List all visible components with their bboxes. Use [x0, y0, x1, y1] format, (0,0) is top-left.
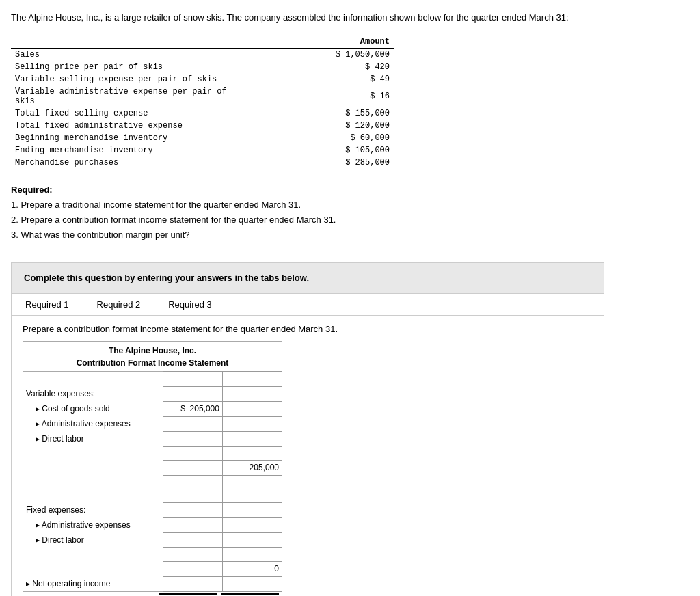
var-admin-col2[interactable]	[222, 416, 282, 431]
instruction-text: Complete this question by entering your …	[24, 273, 309, 283]
empty-row-2	[23, 475, 282, 489]
empty-row-3	[23, 547, 282, 561]
contrib-col2[interactable]	[222, 489, 282, 502]
fixed-direct-labor-input[interactable]	[163, 532, 222, 547]
fixed-direct-labor-label: ▸ Direct labor	[23, 532, 163, 547]
data-table: Amount Sales $ 1,050,000 Selling price p…	[11, 36, 394, 169]
var-total-row: 205,000	[23, 460, 282, 475]
required-item-2: 2. Prepare a contribution format income …	[11, 213, 689, 228]
var-admin-row: ▸ Administrative expenses	[23, 416, 282, 431]
var-expenses-col1[interactable]	[163, 386, 222, 401]
tabs-row: Required 1 Required 2 Required 3	[12, 294, 604, 316]
row-var-selling-amount: $ 49	[243, 73, 394, 85]
net-income-col1[interactable]	[163, 576, 222, 591]
row-purchases-amount: $ 285,000	[243, 157, 394, 169]
empty3-col2[interactable]	[222, 547, 282, 561]
row-sales-label: Sales	[11, 48, 243, 61]
stmt-title-row: Contribution Format Income Statement	[23, 356, 282, 371]
net-income-label: ▸ Net operating income	[23, 576, 163, 591]
contrib-col1[interactable]	[163, 489, 222, 502]
intro-text: The Alpine House, Inc., is a large retai…	[11, 11, 654, 25]
row-var-admin-label: Variable administrative expense per pair…	[11, 85, 243, 107]
row-selling-price-label: Selling price per pair of skis	[11, 61, 243, 73]
empty1-col2[interactable]	[222, 446, 282, 460]
row-end-inv-label: Ending merchandise inventory	[11, 144, 243, 157]
contribution-margin-row	[23, 489, 282, 502]
company-name-row: The Alpine House, Inc.	[23, 341, 282, 356]
row-fixed-admin-amount: $ 120,000	[243, 120, 394, 132]
row-fixed-selling-amount: $ 155,000	[243, 107, 394, 120]
empty-row-1	[23, 446, 282, 460]
row-var-selling-label: Variable selling expense per pair of ski…	[11, 73, 243, 85]
fixed-admin-input[interactable]	[163, 517, 222, 532]
bottom-lines	[23, 593, 282, 595]
empty1-col1[interactable]	[163, 446, 222, 460]
amount-header: Amount	[243, 36, 394, 49]
fixed-total-col1[interactable]	[163, 561, 222, 576]
fixed-expenses-col1[interactable]	[163, 502, 222, 517]
tab-required-2[interactable]: Required 2	[83, 294, 155, 315]
tabs-container: Required 1 Required 2 Required 3 Prepare…	[11, 293, 604, 596]
row-fixed-selling-label: Total fixed selling expense	[11, 107, 243, 120]
fixed-admin-col2[interactable]	[222, 517, 282, 532]
instruction-box: Complete this question by entering your …	[11, 262, 604, 293]
row-beg-inv-amount: $ 60,000	[243, 132, 394, 144]
required-item-3: 3. What was the contribution margin per …	[11, 228, 689, 243]
fixed-total-row: 0	[23, 561, 282, 576]
tab-required-3[interactable]: Required 3	[154, 294, 226, 315]
stmt-title: Contribution Format Income Statement	[23, 356, 282, 371]
empty3-col1[interactable]	[163, 547, 222, 561]
fixed-total-label	[23, 561, 163, 576]
row-var-admin-amount: $ 16	[243, 85, 394, 107]
row-end-inv-amount: $ 105,000	[243, 144, 394, 157]
row-beg-inv-label: Beginning merchandise inventory	[11, 132, 243, 144]
company-name: The Alpine House, Inc.	[23, 341, 282, 356]
tab-required-1[interactable]: Required 1	[12, 294, 83, 315]
cogs-col2[interactable]	[222, 401, 282, 416]
fixed-expenses-header-row: Fixed expenses:	[23, 502, 282, 517]
sales-input-1[interactable]	[163, 371, 222, 386]
sales-label	[23, 371, 163, 386]
var-total-amount[interactable]: 205,000	[222, 460, 282, 475]
required-section: Required: 1. Prepare a traditional incom…	[11, 182, 689, 243]
net-income-col2[interactable]	[222, 576, 282, 591]
var-direct-labor-label: ▸ Direct labor	[23, 431, 163, 446]
var-total-col1[interactable]	[163, 460, 222, 475]
required-heading: Required:	[11, 185, 53, 195]
required-item-1: 1. Prepare a traditional income statemen…	[11, 198, 689, 213]
fixed-total-amount[interactable]: 0	[222, 561, 282, 576]
cogs-label: ▸ Cost of goods sold	[23, 401, 163, 416]
var-direct-labor-row: ▸ Direct labor	[23, 431, 282, 446]
empty2-col1[interactable]	[163, 475, 222, 489]
row-purchases-label: Merchandise purchases	[11, 157, 243, 169]
var-admin-label: ▸ Administrative expenses	[23, 416, 163, 431]
var-expenses-header-row: Variable expenses:	[23, 386, 282, 401]
row-sales-amount: $ 1,050,000	[243, 48, 394, 61]
var-admin-input[interactable]	[163, 416, 222, 431]
income-statement-table: The Alpine House, Inc. Contribution Form…	[23, 341, 282, 592]
fixed-admin-row: ▸ Administrative expenses	[23, 517, 282, 532]
row-selling-price-amount: $ 420	[243, 61, 394, 73]
var-expenses-col2[interactable]	[222, 386, 282, 401]
cogs-input[interactable]: $ 205,000	[163, 401, 222, 416]
sales-row	[23, 371, 282, 386]
fixed-direct-labor-row: ▸ Direct labor	[23, 532, 282, 547]
sales-input-2[interactable]	[222, 371, 282, 386]
row-fixed-admin-label: Total fixed administrative expense	[11, 120, 243, 132]
cogs-row: ▸ Cost of goods sold $ 205,000	[23, 401, 282, 416]
var-expenses-label: Variable expenses:	[23, 386, 163, 401]
var-direct-labor-input[interactable]	[163, 431, 222, 446]
income-statement-wrapper: The Alpine House, Inc. Contribution Form…	[23, 341, 593, 595]
tab-content: Prepare a contribution format income sta…	[12, 316, 604, 596]
fixed-expenses-col2[interactable]	[222, 502, 282, 517]
net-income-row: ▸ Net operating income	[23, 576, 282, 591]
fixed-direct-labor-col2[interactable]	[222, 532, 282, 547]
var-direct-labor-col2[interactable]	[222, 431, 282, 446]
var-total-label	[23, 460, 163, 475]
tab-description: Prepare a contribution format income sta…	[23, 324, 593, 334]
empty2-col2[interactable]	[222, 475, 282, 489]
fixed-expenses-label: Fixed expenses:	[23, 502, 163, 517]
fixed-admin-label: ▸ Administrative expenses	[23, 517, 163, 532]
